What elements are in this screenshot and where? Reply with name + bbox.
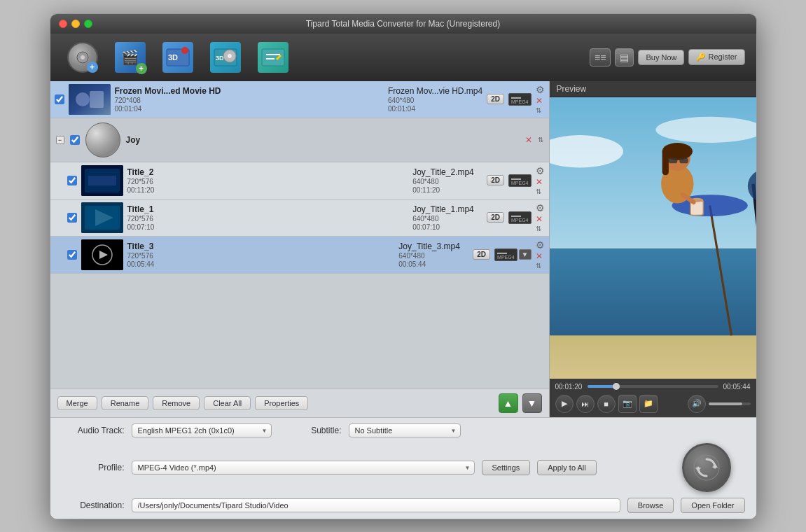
file-resolution: 720*576: [127, 252, 395, 260]
group-header[interactable]: − Joy ✕ ⇅: [50, 118, 549, 162]
2d-badge[interactable]: 2D: [487, 94, 504, 104]
file-info: Title_2 720*576 00:11:20: [127, 167, 409, 194]
edit-icon: [258, 42, 289, 73]
add-3d-video-button[interactable]: 3D: [157, 36, 199, 78]
file-resolution: 720*576: [127, 215, 409, 223]
snapshot-button[interactable]: 📷: [618, 395, 637, 413]
group-remove-icon[interactable]: ✕: [525, 135, 532, 145]
list-item[interactable]: Title_2 720*576 00:11:20 Joy_Title_2.mp4…: [50, 162, 549, 200]
volume-icon[interactable]: 🔊: [688, 395, 706, 413]
grid-view-button[interactable]: ▤: [615, 48, 634, 66]
reorder-icon[interactable]: ⇅: [536, 106, 545, 114]
properties-button[interactable]: Properties: [255, 396, 308, 410]
output-resolution: 640*480: [412, 178, 482, 186]
mpeg-badge[interactable]: ▬▬MPEG4: [508, 174, 531, 187]
item-checkbox[interactable]: [67, 213, 77, 223]
move-up-button[interactable]: ▲: [499, 393, 518, 413]
apply-to-all-button[interactable]: Apply to All: [537, 460, 596, 475]
time-thumb[interactable]: [613, 383, 620, 390]
file-actions: ⚙ ✕ ⇅: [536, 165, 545, 195]
file-thumbnail: [81, 202, 123, 233]
file-actions: ⚙ ✕ ⇅: [536, 239, 545, 270]
output-duration: 00:05:44: [398, 260, 468, 268]
rename-button[interactable]: Rename: [102, 396, 149, 410]
preview-video: JVC: [550, 97, 756, 379]
register-button[interactable]: 🔑 Register: [688, 49, 744, 65]
next-button[interactable]: ⏭: [576, 395, 595, 413]
destination-label: Destination:: [62, 500, 125, 510]
reorder-icon[interactable]: ⇅: [536, 188, 545, 195]
add-video-button[interactable]: 🎬: [109, 36, 151, 78]
remove-icon[interactable]: ✕: [536, 177, 545, 187]
2d-badge[interactable]: 2D: [487, 212, 504, 223]
mpeg-badge[interactable]: ▬▬MPEG4: [508, 211, 531, 224]
svg-rect-14: [90, 91, 104, 108]
list-item[interactable]: Title_3 720*576 00:05:44 Joy_Title_3.mp4…: [50, 237, 549, 274]
subtitle-select[interactable]: No Subtitle: [349, 424, 461, 438]
group-reorder-icon[interactable]: ⇅: [538, 136, 543, 144]
preview-header: Preview: [550, 81, 756, 97]
clear-all-button[interactable]: Clear All: [204, 396, 251, 410]
preview-controls: 00:01:20 00:05:44 ▶ ⏭ ■ 📷 📁 🔊: [550, 379, 756, 417]
settings-icon[interactable]: ⚙: [536, 202, 545, 214]
2d-badge[interactable]: 2D: [473, 249, 490, 260]
list-item[interactable]: Frozen Movi...ed Movie HD 720*408 00:01:…: [50, 81, 549, 118]
stop-button[interactable]: ■: [597, 395, 616, 413]
remove-button[interactable]: Remove: [153, 396, 200, 410]
item-checkbox[interactable]: [55, 94, 64, 104]
move-down-button[interactable]: ▼: [522, 393, 542, 413]
svg-rect-9: [262, 49, 284, 66]
control-buttons: ▶ ⏭ ■ 📷 📁 🔊: [555, 395, 751, 413]
main-area: Frozen Movi...ed Movie HD 720*408 00:01:…: [50, 81, 756, 417]
file-duration: 00:11:20: [127, 186, 409, 194]
volume-slider[interactable]: [709, 402, 751, 405]
item-checkbox[interactable]: [67, 176, 77, 186]
convert-icon: [693, 454, 721, 482]
merge-button[interactable]: Merge: [57, 396, 97, 410]
reorder-icon[interactable]: ⇅: [536, 225, 545, 232]
audio-track-select[interactable]: English MPEG1 2ch (0x1c0): [132, 424, 272, 438]
play-button[interactable]: ▶: [555, 395, 574, 413]
maximize-button[interactable]: [84, 20, 92, 28]
list-view-button[interactable]: ≡≡: [590, 48, 611, 66]
mpeg-badge[interactable]: ▬▬ MPEG4: [508, 93, 531, 106]
file-name: Title_3: [127, 241, 395, 251]
folder-button[interactable]: 📁: [639, 395, 658, 413]
file-resolution: 720*408: [115, 97, 384, 104]
settings-button[interactable]: Settings: [482, 460, 531, 475]
group-name: Joy: [126, 135, 141, 145]
settings-icon[interactable]: ⚙: [536, 165, 545, 176]
volume-control: 🔊: [688, 395, 751, 413]
svg-text:3D: 3D: [216, 55, 224, 62]
add-3d-dvd-button[interactable]: 3D: [204, 36, 246, 78]
svg-rect-26: [550, 335, 756, 379]
2d-badge[interactable]: 2D: [487, 175, 504, 186]
browse-button[interactable]: Browse: [627, 498, 674, 513]
minimize-button[interactable]: [71, 20, 80, 28]
group-checkbox[interactable]: [70, 135, 80, 145]
edit-button[interactable]: [252, 36, 294, 78]
remove-icon[interactable]: ✕: [536, 96, 545, 106]
settings-icon[interactable]: ⚙: [536, 84, 545, 95]
reorder-icon[interactable]: ⇅: [536, 262, 545, 270]
settings-icon[interactable]: ⚙: [536, 239, 545, 251]
destination-input[interactable]: /Users/jonly/Documents/Tipard Studio/Vid…: [132, 498, 620, 512]
file-info: Title_3 720*576 00:05:44: [127, 241, 395, 268]
buy-now-button[interactable]: Buy Now: [638, 50, 684, 65]
load-disc-button[interactable]: [62, 36, 104, 78]
convert-button[interactable]: [682, 443, 731, 492]
file-list-panel: Frozen Movi...ed Movie HD 720*408 00:01:…: [50, 81, 550, 417]
remove-icon[interactable]: ✕: [536, 214, 545, 224]
profile-select[interactable]: MPEG-4 Video (*.mp4): [132, 461, 475, 475]
time-slider[interactable]: [588, 385, 718, 388]
remove-icon[interactable]: ✕: [536, 251, 545, 261]
group-expand-icon[interactable]: −: [56, 136, 64, 144]
open-folder-button[interactable]: Open Folder: [681, 498, 744, 513]
item-checkbox[interactable]: [67, 250, 77, 260]
list-item[interactable]: Title_1 720*576 00:07:10 Joy_Title_1.mp4…: [50, 200, 549, 237]
audio-track-row: Audio Track: English MPEG1 2ch (0x1c0) S…: [62, 424, 745, 438]
mpeg-dropdown-button[interactable]: ▼: [519, 249, 531, 260]
file-thumbnail: [81, 165, 123, 196]
mpeg-badge[interactable]: ▬▬MPEG4: [494, 248, 517, 261]
close-button[interactable]: [59, 20, 67, 28]
